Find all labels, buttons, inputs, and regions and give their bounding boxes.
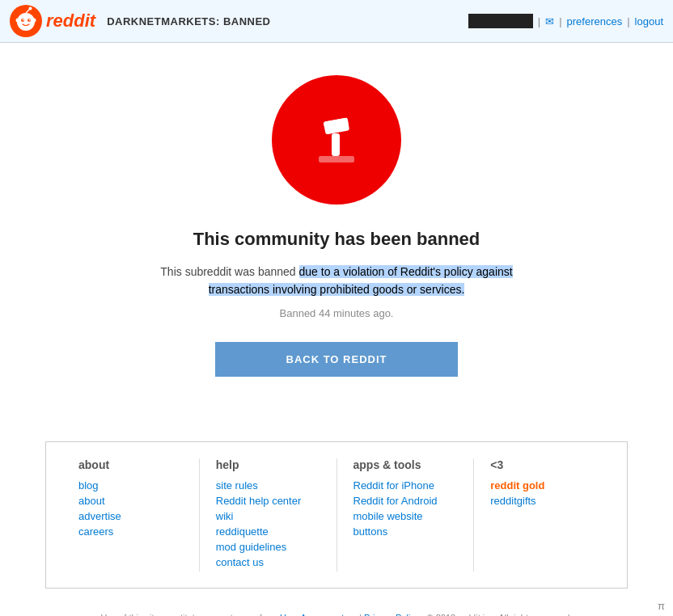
- logout-link[interactable]: logout: [635, 15, 663, 27]
- username-box: [468, 14, 533, 28]
- reddit-alien-icon: [10, 5, 42, 37]
- svg-rect-13: [319, 156, 354, 162]
- footer-help-wiki[interactable]: wiki: [216, 510, 320, 522]
- footer-help-reddiquette[interactable]: reddiquette: [216, 525, 320, 538]
- footer-help-mod-guidelines[interactable]: mod guidelines: [216, 541, 320, 553]
- ban-message-before: This subreddit was banned: [160, 265, 298, 278]
- svg-point-1: [17, 13, 35, 31]
- privacy-policy-link[interactable]: Privacy Policy: [364, 613, 419, 616]
- footer-about-careers[interactable]: careers: [78, 525, 183, 538]
- footer-love-title: <3: [490, 458, 595, 471]
- pi-symbol: π: [658, 600, 665, 612]
- preferences-link[interactable]: preferences: [567, 15, 623, 27]
- footer-about-advertise[interactable]: advertise: [78, 510, 183, 522]
- header-left: reddit DarkNetMarkets: Banned: [10, 5, 271, 37]
- footer-help-title: help: [216, 458, 320, 471]
- ban-title: This community has been banned: [193, 229, 480, 250]
- user-agreement-link[interactable]: User Agreement: [280, 613, 344, 616]
- footer-about-title: about: [78, 458, 183, 471]
- reddit-logo[interactable]: reddit: [10, 5, 99, 37]
- ban-time: Banned 44 minutes ago.: [280, 307, 394, 319]
- footer-love-redditgifts[interactable]: redditgifts: [490, 495, 595, 507]
- footer-help-contact[interactable]: contact us: [216, 556, 320, 568]
- svg-point-4: [23, 19, 24, 21]
- svg-point-7: [32, 19, 36, 23]
- footer-help-site-rules[interactable]: site rules: [216, 479, 320, 492]
- svg-point-9: [29, 7, 32, 11]
- footer-about-blog[interactable]: blog: [78, 479, 183, 492]
- footer-apps-mobile[interactable]: mobile website: [353, 510, 458, 522]
- back-to-reddit-button[interactable]: BACK TO REDDIT: [215, 342, 458, 377]
- ban-icon-circle: [272, 75, 401, 205]
- gavel-icon: [304, 108, 369, 172]
- reddit-wordmark: reddit: [46, 11, 95, 32]
- svg-point-5: [29, 19, 31, 21]
- main-content: This community has been banned This subr…: [0, 43, 673, 616]
- svg-rect-12: [332, 133, 340, 156]
- footer-help-center[interactable]: Reddit help center: [216, 495, 320, 507]
- footer-apps-android[interactable]: Reddit for Android: [353, 495, 458, 507]
- legal-text1: Use of this site constitutes acceptance …: [101, 613, 280, 616]
- ban-content: This community has been banned This subr…: [0, 43, 673, 425]
- footer-apps-iphone[interactable]: Reddit for iPhone: [353, 479, 458, 492]
- footer-apps-title: apps & tools: [353, 458, 458, 471]
- header-right: | ✉ | preferences | logout: [468, 14, 663, 28]
- footer-legal: Use of this site constitutes acceptance …: [0, 605, 673, 616]
- footer-about-about[interactable]: about: [78, 495, 183, 507]
- footer-col-help: help site rules Reddit help center wiki …: [200, 458, 337, 572]
- footer-apps-buttons[interactable]: buttons: [353, 525, 458, 538]
- ban-message: This subreddit was banned due to a viola…: [134, 263, 539, 299]
- mail-icon[interactable]: ✉: [545, 15, 554, 27]
- header: reddit DarkNetMarkets: Banned | ✉ | pref…: [0, 0, 673, 43]
- footer-col-about: about blog about advertise careers: [62, 458, 200, 572]
- svg-point-6: [16, 19, 20, 23]
- subreddit-title: DarkNetMarkets: Banned: [107, 15, 270, 27]
- footer-col-apps: apps & tools Reddit for iPhone Reddit fo…: [337, 458, 475, 572]
- legal-text3: . © 2018 reddit inc. All rights reserved…: [421, 613, 572, 616]
- legal-text2: and: [346, 613, 363, 616]
- footer-links: about blog about advertise careers help …: [45, 441, 628, 589]
- footer-col-love: <3 reddit gold redditgifts: [474, 458, 611, 572]
- footer-love-reddit-gold[interactable]: reddit gold: [490, 479, 595, 492]
